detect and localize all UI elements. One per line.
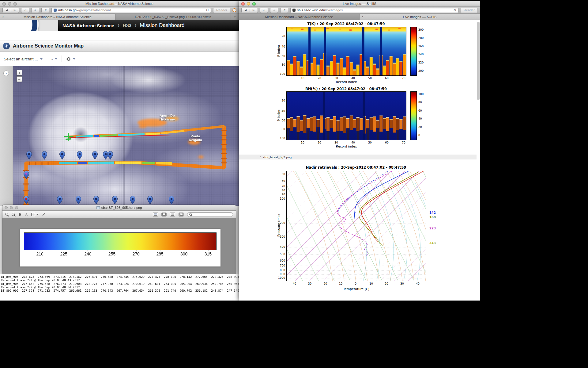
share-button[interactable]: ↗ bbox=[41, 8, 49, 13]
x-axis-label: Temperature (C) bbox=[286, 287, 426, 291]
colorbar-tick-label: 255 bbox=[108, 251, 115, 256]
minimize-window-button[interactable] bbox=[8, 2, 11, 6]
monitor-map[interactable]: + − Angra DoHeroísmo PontaDelgada bbox=[13, 66, 239, 206]
right-tab-bar: Mission Dashboard – NASA Airborne Scienc… bbox=[239, 14, 480, 20]
viewer-toolbar: − + A bbox=[2, 211, 236, 218]
tick-label: 30 bbox=[334, 77, 338, 80]
close-window-button[interactable] bbox=[2, 2, 6, 6]
colorbar-ticks: 100806040200 bbox=[417, 91, 427, 140]
aircraft-icon[interactable] bbox=[64, 133, 73, 140]
share-button[interactable]: ↗ bbox=[280, 8, 288, 13]
reload-button[interactable]: ↻ bbox=[453, 8, 456, 12]
console-line: BT_895_905 277.662 275.528 276.373 273.9… bbox=[1, 282, 239, 286]
viewer-close-button[interactable] bbox=[5, 206, 8, 209]
back-button[interactable]: ◀ bbox=[3, 9, 11, 12]
grid-icon bbox=[31, 213, 35, 216]
tick-label: 70 bbox=[402, 141, 405, 144]
zoom-window-button[interactable] bbox=[252, 2, 256, 6]
magnifier-plus-icon: + bbox=[12, 213, 15, 216]
tab-mission-dashboard[interactable]: × Mission Dashboard – NASA Airborne Scie… bbox=[0, 14, 115, 20]
tab-mission-dashboard[interactable]: Mission Dashboard – NASA Airborne Scienc… bbox=[239, 14, 360, 20]
colorbar-tick-label: 240 bbox=[84, 251, 91, 256]
tab-live-images[interactable]: × Live Images –– S–HIS bbox=[360, 14, 480, 20]
colorbar-tick-label: 210 bbox=[36, 251, 43, 256]
colorbar-gradient bbox=[24, 232, 217, 250]
grid-tool[interactable] bbox=[31, 213, 39, 216]
divider bbox=[47, 56, 47, 62]
console-log: BT_895_905 273.625 273.669 273.215 274.1… bbox=[0, 274, 239, 301]
home-button[interactable]: ⌂ bbox=[21, 8, 29, 13]
new-tab-button[interactable]: + bbox=[231, 14, 239, 20]
close-tab-icon[interactable]: × bbox=[2, 15, 4, 18]
viewer-search-field[interactable] bbox=[187, 212, 233, 217]
viewer-zoom-button[interactable] bbox=[15, 206, 18, 209]
viewer-minimize-button[interactable] bbox=[10, 206, 13, 209]
map-zoom-out-button[interactable]: − bbox=[17, 76, 22, 82]
left-window-titlebar[interactable]: Mission Dashboard – NASA Airborne Scienc… bbox=[0, 1, 239, 7]
tick-label: 80 bbox=[418, 101, 422, 104]
chevron-down-icon bbox=[36, 214, 39, 215]
viewer-title: cbar.BT_895_905.horz.png bbox=[101, 206, 142, 209]
tick-label: 80 bbox=[282, 63, 285, 66]
address-bar[interactable]: shis.ssec.wisc.edu/live/images ↻ bbox=[290, 8, 458, 13]
tick-label: 240 bbox=[418, 53, 424, 56]
reload-button[interactable]: ↻ bbox=[206, 8, 209, 12]
breadcrumb-brand[interactable]: NASA Airborne Science bbox=[62, 23, 114, 28]
site-favicon bbox=[292, 9, 296, 12]
tick-label: 90 bbox=[282, 193, 285, 196]
text-tool[interactable]: A bbox=[25, 212, 28, 217]
x-axis-ticks: 10203040506070 bbox=[286, 76, 406, 80]
view-mode-list-button[interactable] bbox=[170, 213, 175, 217]
hand-icon bbox=[18, 213, 22, 216]
viewer-titlebar[interactable]: cbar.BT_895_905.horz.png bbox=[2, 205, 236, 211]
reader-button[interactable]: Reader bbox=[461, 8, 478, 13]
legend-entry: 142 bbox=[429, 211, 436, 214]
view-mode-single-button[interactable] bbox=[153, 213, 158, 217]
close-window-button[interactable] bbox=[241, 2, 245, 6]
draw-tool[interactable] bbox=[42, 213, 46, 216]
zoom-in-tool[interactable]: + bbox=[12, 213, 15, 216]
tick-label: 40 bbox=[351, 141, 355, 144]
tab-pskewt-image[interactable]: D20120920_035752_Pskewt.png 1,000×700 pi… bbox=[115, 14, 231, 20]
tick-label: 600 bbox=[280, 259, 285, 262]
airplane-globe-icon bbox=[3, 43, 10, 49]
add-bookmark-button[interactable]: + bbox=[31, 8, 39, 13]
home-button[interactable]: ⌂ bbox=[260, 8, 268, 13]
expand-panel-button[interactable]: › bbox=[3, 71, 9, 76]
map-zoom-in-button[interactable]: + bbox=[17, 70, 22, 75]
y-axis-label: P index bbox=[277, 42, 281, 60]
page-title: Airborne Science Monitor Map bbox=[13, 43, 84, 49]
view-mode-split-button[interactable] bbox=[161, 213, 167, 217]
colorbar-ticks: 300280260240220200 bbox=[417, 27, 427, 76]
tick-label: 10 bbox=[301, 77, 304, 80]
scrollbar-thumb[interactable] bbox=[477, 22, 480, 100]
chevron-right-icon: › bbox=[118, 21, 119, 30]
zoom-out-tool[interactable]: − bbox=[5, 213, 8, 216]
retrieval-curve-magenta-dashed bbox=[337, 171, 392, 249]
aircraft-select[interactable]: Select an aircraft ... bbox=[4, 57, 43, 61]
forward-button[interactable]: ▶ bbox=[11, 9, 19, 12]
page-header-strip: NASA Airborne Science › HS3 › Mission Da… bbox=[0, 20, 239, 31]
zoom-window-button[interactable] bbox=[13, 2, 17, 6]
layer-select[interactable]: - bbox=[51, 57, 57, 61]
magnifier-minus-icon: − bbox=[5, 213, 8, 216]
activity-indicator-icon[interactable] bbox=[232, 8, 236, 12]
hand-tool[interactable] bbox=[18, 213, 22, 216]
reader-button[interactable]: Reader bbox=[213, 8, 230, 13]
forward-button[interactable]: ▶ bbox=[250, 9, 258, 12]
back-button[interactable]: ◀ bbox=[242, 9, 250, 12]
breadcrumb-mission[interactable]: HS3 bbox=[123, 23, 131, 28]
close-tab-icon[interactable]: × bbox=[362, 15, 364, 18]
settings-select[interactable] bbox=[66, 57, 75, 61]
right-window-titlebar[interactable]: Live Images –– S–HIS bbox=[239, 1, 480, 7]
add-bookmark-button[interactable]: + bbox=[270, 8, 278, 13]
tick-label: 700 bbox=[280, 264, 285, 267]
mission-dashboard-page: NASA Airborne Science › HS3 › Mission Da… bbox=[0, 20, 239, 301]
address-bar[interactable]: mts.nasa.gov/group/hs3/dashboard ↻ bbox=[51, 8, 211, 13]
view-mode-grid-button[interactable] bbox=[179, 213, 184, 217]
window-title: Mission Dashboard – NASA Airborne Scienc… bbox=[0, 2, 239, 6]
waypoint-pins[interactable] bbox=[24, 151, 174, 204]
minimize-window-button[interactable] bbox=[247, 2, 250, 6]
plot-title-temperature: T(K) : 20-Sep-2012 08:47:02 - 08:47:59 bbox=[286, 22, 406, 26]
tick-label: 0 bbox=[418, 134, 420, 137]
